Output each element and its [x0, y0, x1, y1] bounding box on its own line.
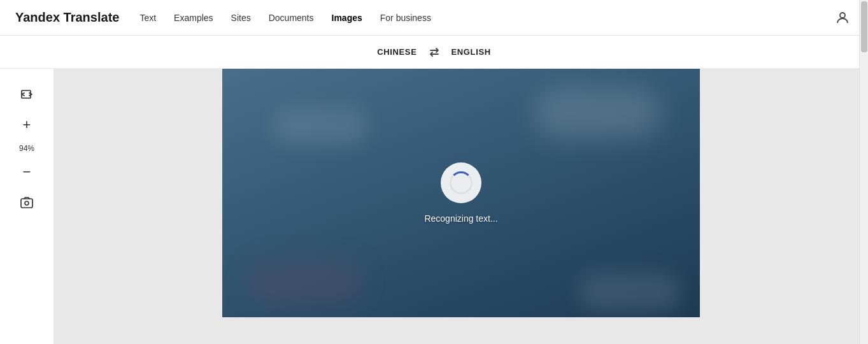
nav-item-sites[interactable]: Sites	[231, 10, 251, 25]
image-container: Recognizing text...	[222, 69, 700, 317]
nav-item-examples[interactable]: Examples	[174, 10, 213, 25]
svg-rect-2	[21, 199, 32, 208]
screenshot-button[interactable]	[14, 190, 39, 215]
target-lang[interactable]: ENGLISH	[452, 47, 491, 57]
svg-point-3	[25, 201, 29, 205]
swap-languages-button[interactable]	[427, 45, 441, 59]
zoom-value: 94%	[19, 144, 34, 153]
zoom-in-button[interactable]: +	[14, 112, 39, 138]
scrollbar-thumb[interactable]	[861, 1, 867, 52]
header: Yandex Translate Text Examples Sites Doc…	[0, 0, 868, 36]
fit-to-screen-button[interactable]	[14, 82, 39, 107]
svg-point-0	[840, 13, 845, 18]
image-area: Recognizing text...	[54, 69, 868, 344]
nav-item-images[interactable]: Images	[332, 10, 362, 25]
user-icon[interactable]	[832, 8, 853, 28]
scrollbar-track[interactable]	[859, 0, 868, 344]
svg-rect-1	[22, 90, 31, 98]
logo: Yandex Translate	[15, 10, 119, 25]
zoom-in-icon: +	[23, 118, 31, 132]
loading-overlay: Recognizing text...	[222, 69, 700, 317]
zoom-out-button[interactable]: −	[14, 159, 39, 185]
zoom-out-icon: −	[23, 165, 31, 179]
nav: Text Examples Sites Documents Images For…	[139, 10, 832, 25]
source-lang[interactable]: CHINESE	[377, 47, 416, 57]
nav-item-text[interactable]: Text	[139, 10, 156, 25]
header-right	[832, 8, 853, 28]
recognizing-text: Recognizing text...	[424, 213, 497, 224]
main: + 94% − Recognizing te	[0, 69, 868, 344]
nav-item-for-business[interactable]: For business	[380, 10, 431, 25]
toolbar: + 94% −	[0, 69, 54, 344]
nav-item-documents[interactable]: Documents	[269, 10, 314, 25]
spinner-background	[441, 162, 481, 203]
loading-spinner	[450, 171, 473, 194]
lang-bar: CHINESE ENGLISH	[0, 36, 868, 69]
